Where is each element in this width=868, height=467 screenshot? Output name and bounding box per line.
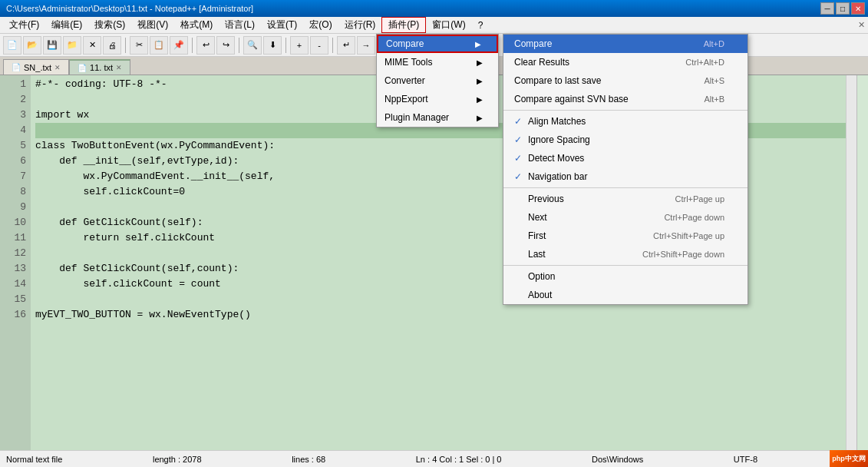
- sub-compare[interactable]: Compare Alt+D: [503, 35, 748, 53]
- check-option: [514, 271, 528, 282]
- sub-clear[interactable]: Clear Results Ctrl+Alt+D: [503, 53, 748, 71]
- sub-sep3: [503, 265, 748, 266]
- php-logo: php中文网: [830, 450, 868, 467]
- check-first: [514, 230, 528, 241]
- code-line-16: myEVT_TWO_BUTTON = wx.NewEventType(): [35, 307, 852, 323]
- dd-mime[interactable]: MIME Tools ▶: [377, 53, 498, 71]
- menu-format[interactable]: 格式(M): [174, 17, 219, 33]
- status-length-text: length : 2078: [153, 455, 202, 464]
- menu-language[interactable]: 语言(L): [219, 17, 261, 33]
- minimize-button[interactable]: ─: [820, 2, 834, 15]
- check-moves: ✓: [514, 153, 528, 164]
- sub-svn-label: Compare against SVN base: [514, 94, 629, 104]
- line-num-8: 8: [0, 184, 31, 200]
- menu-file[interactable]: 文件(F): [3, 17, 45, 33]
- sub-svn[interactable]: Compare against SVN base Alt+B: [503, 90, 748, 108]
- sub-last-save[interactable]: Compare to last save Alt+S: [503, 71, 748, 90]
- line-num-2: 2: [0, 92, 31, 108]
- menu-help[interactable]: ?: [472, 17, 490, 33]
- menu-settings[interactable]: 设置(T): [261, 17, 303, 33]
- tb-open[interactable]: 📂: [23, 36, 41, 55]
- sub-spacing[interactable]: ✓Ignore Spacing: [503, 131, 748, 149]
- menu-plugins[interactable]: 插件(P): [381, 17, 426, 33]
- status-lines-text: lines : 68: [292, 455, 325, 464]
- line-num-9: 9: [0, 200, 31, 215]
- sub-first-shortcut: Ctrl+Shift+Page up: [653, 231, 724, 240]
- tb-print[interactable]: 🖨: [103, 36, 121, 55]
- status-filetype-text: Normal text file: [6, 455, 62, 464]
- tb-save[interactable]: 💾: [43, 36, 61, 55]
- tab-sn-icon: 📄: [12, 63, 21, 71]
- line-num-4: 4: [0, 123, 31, 138]
- line-num-11: 11: [0, 230, 31, 246]
- check-prev: [514, 194, 528, 204]
- tab-11-txt[interactable]: 📄 11. txt ✕: [69, 59, 130, 75]
- tb-word-wrap[interactable]: ↵: [337, 36, 355, 55]
- menu-search[interactable]: 搜索(S): [88, 17, 131, 33]
- tb-close[interactable]: ✕: [83, 36, 101, 55]
- tb-save-all[interactable]: 📁: [63, 36, 81, 55]
- tb-new[interactable]: 📄: [3, 36, 21, 55]
- line-num-15: 15: [0, 292, 31, 307]
- sub-first[interactable]: First Ctrl+Shift+Page up: [503, 227, 748, 245]
- sub-moves-label: Detect Moves: [528, 153, 584, 164]
- sub-prev[interactable]: Previous Ctrl+Page up: [503, 190, 748, 208]
- tb-find-next[interactable]: ⬇: [263, 36, 282, 55]
- dd-compare-label: Compare: [386, 38, 424, 49]
- sub-last-save-shortcut: Alt+S: [704, 76, 724, 85]
- tb-redo[interactable]: ↪: [216, 36, 235, 55]
- sub-next-label: Next: [528, 212, 547, 223]
- tab-sn-close[interactable]: ✕: [54, 64, 61, 71]
- menu-window[interactable]: 窗口(W): [426, 17, 471, 33]
- tb-indent[interactable]: →: [357, 36, 375, 55]
- menu-macro[interactable]: 宏(O): [303, 17, 338, 33]
- sub-navbar[interactable]: ✓Navigation bar: [503, 167, 748, 186]
- sub-next[interactable]: Next Ctrl+Page down: [503, 208, 748, 227]
- tab-11-label: 11. txt: [90, 63, 113, 72]
- tb-cut[interactable]: ✂: [130, 36, 148, 55]
- sub-option[interactable]: Option: [503, 267, 748, 286]
- menu-view[interactable]: 视图(V): [131, 17, 174, 33]
- status-length: length : 2078: [153, 455, 202, 464]
- line-num-1: 1: [0, 77, 31, 92]
- line-num-5: 5: [0, 138, 31, 154]
- sub-align-label: Align Matches: [528, 116, 586, 127]
- tb-undo[interactable]: ↩: [196, 36, 215, 55]
- minimap-panel: [856, 75, 868, 450]
- sub-about[interactable]: About: [503, 286, 748, 304]
- menu-run[interactable]: 运行(R): [338, 17, 382, 33]
- sub-sep1: [503, 110, 748, 111]
- tb-zoom-out[interactable]: -: [310, 36, 328, 55]
- sub-align[interactable]: ✓Align Matches: [503, 112, 748, 131]
- vertical-scrollbar[interactable]: [846, 75, 856, 450]
- line-num-6: 6: [0, 154, 31, 169]
- dd-pluginmanager-label: Plugin Manager: [384, 112, 449, 123]
- close-file-btn[interactable]: ✕: [858, 20, 865, 30]
- line-num-3: 3: [0, 108, 31, 123]
- dd-converter[interactable]: Converter ▶: [377, 71, 498, 90]
- menu-edit[interactable]: 编辑(E): [45, 17, 88, 33]
- sub-last-label: Last: [528, 249, 546, 260]
- sub-last[interactable]: Last Ctrl+Shift+Page down: [503, 245, 748, 263]
- sub-clear-label: Clear Results: [514, 57, 569, 68]
- sub-about-label: About: [528, 290, 552, 300]
- check-spacing: ✓: [514, 134, 528, 145]
- tab-11-icon: 📄: [78, 64, 87, 72]
- dd-pluginmanager[interactable]: Plugin Manager ▶: [377, 108, 498, 127]
- tb-paste[interactable]: 📌: [170, 36, 188, 55]
- maximize-button[interactable]: □: [836, 2, 850, 15]
- sub-next-shortcut: Ctrl+Page down: [664, 213, 724, 222]
- check-about: [514, 290, 528, 300]
- dd-nppexport[interactable]: NppExport ▶: [377, 90, 498, 108]
- close-button[interactable]: ✕: [851, 2, 865, 15]
- status-encoding: UTF-8: [734, 455, 757, 464]
- status-filetype: Normal text file: [6, 455, 62, 464]
- dd-compare[interactable]: Compare ▶: [377, 35, 498, 53]
- tb-find[interactable]: 🔍: [243, 36, 262, 55]
- tb-copy[interactable]: 📋: [150, 36, 168, 55]
- tb-sep2: [192, 38, 193, 53]
- sub-moves[interactable]: ✓Detect Moves: [503, 149, 748, 167]
- tab-11-close[interactable]: ✕: [116, 64, 122, 71]
- tb-zoom-in[interactable]: +: [290, 36, 309, 55]
- tab-sn-txt[interactable]: 📄 SN_.txt ✕: [3, 59, 69, 75]
